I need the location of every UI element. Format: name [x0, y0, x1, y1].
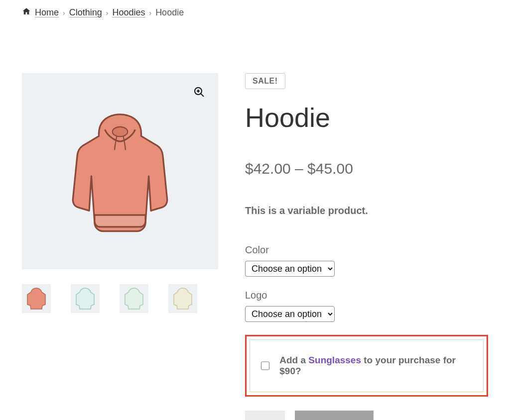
product-description: This is a variable product.: [245, 205, 488, 216]
upsell-row: Add a Sunglasses to your purchase for $9…: [250, 339, 484, 392]
home-icon: [22, 7, 31, 18]
quantity-input[interactable]: [245, 411, 285, 420]
product-thumbnails: [22, 284, 218, 313]
product-title: Hoodie: [245, 103, 488, 132]
chevron-right-icon: ›: [63, 9, 65, 17]
variation-color-select[interactable]: Choose an option: [245, 261, 335, 277]
product-variations: Color Choose an option Logo Choose an op…: [245, 244, 488, 322]
chevron-right-icon: ›: [149, 9, 151, 17]
thumbnail[interactable]: [168, 284, 197, 313]
zoom-icon[interactable]: [191, 84, 207, 100]
product-main-image[interactable]: [22, 73, 218, 269]
thumbnail[interactable]: [71, 284, 100, 313]
product-container: SALE! Hoodie $42.00 – $45.00 This is a v…: [22, 73, 488, 420]
upsell-product-link[interactable]: Sunglasses: [308, 355, 361, 365]
variation-color-label: Color: [245, 244, 488, 256]
product-gallery: [22, 73, 218, 420]
svg-point-4: [113, 127, 128, 137]
variation-logo-select[interactable]: Choose an option: [245, 306, 335, 322]
breadcrumb-home[interactable]: Home: [35, 7, 59, 18]
sale-badge: SALE!: [245, 73, 285, 89]
add-to-cart-button[interactable]: Add to cart: [295, 411, 374, 420]
breadcrumb-clothing[interactable]: Clothing: [69, 7, 102, 18]
product-summary: SALE! Hoodie $42.00 – $45.00 This is a v…: [245, 73, 488, 420]
upsell-text: Add a Sunglasses to your purchase for $9…: [279, 355, 472, 377]
chevron-right-icon: ›: [106, 9, 109, 17]
thumbnail[interactable]: [22, 284, 51, 313]
variation-logo: Logo Choose an option: [245, 290, 488, 322]
breadcrumb-hoodies[interactable]: Hoodies: [112, 7, 145, 18]
breadcrumb-current: Hoodie: [155, 7, 184, 18]
svg-line-1: [201, 94, 204, 97]
thumbnail[interactable]: [120, 284, 148, 313]
variation-logo-label: Logo: [245, 290, 488, 301]
upsell-checkbox[interactable]: [261, 361, 269, 370]
upsell-highlight: Add a Sunglasses to your purchase for $9…: [245, 335, 488, 397]
product-price: $42.00 – $45.00: [245, 160, 488, 177]
add-to-cart-row: Add to cart: [245, 411, 488, 420]
variation-color: Color Choose an option: [245, 244, 488, 277]
breadcrumb: Home › Clothing › Hoodies › Hoodie: [22, 7, 488, 18]
hoodie-illustration: [65, 109, 175, 233]
upsell-prefix: Add a: [279, 355, 308, 365]
